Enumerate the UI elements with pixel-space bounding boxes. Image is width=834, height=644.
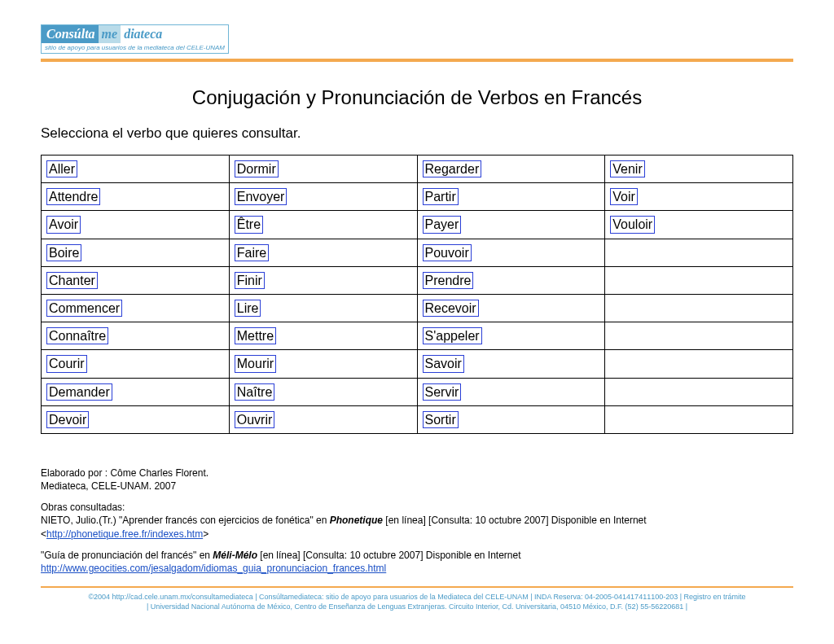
verb-link[interactable]: Servir [423,383,462,401]
verb-link[interactable]: Boire [46,244,81,261]
verb-link[interactable]: Mourir [235,355,276,372]
table-cell: Recevoir [417,294,605,322]
table-cell: Connaître [42,322,230,350]
table-cell: Chanter [42,266,230,294]
reference-1-post: [en línea] [Consulta: 10 octubre 2007] D… [383,515,647,526]
table-cell: Attendre [42,183,230,211]
verb-link[interactable]: Commencer [46,300,122,317]
verb-link[interactable]: Connaître [46,327,108,344]
reference-1-link-open: < [41,528,46,540]
table-cell: Devoir [42,405,230,433]
verb-link[interactable]: Pouvoir [423,244,472,261]
header-divider [41,59,793,62]
verb-link[interactable]: Lire [235,300,261,317]
verb-link[interactable]: S'appeler [423,327,482,344]
footer-text: ©2004 http://cad.cele.unam.mx/consultame… [41,588,793,616]
table-cell: Dormir [229,156,417,183]
table-cell: Venir [605,156,793,183]
verb-link[interactable]: Envoyer [235,188,288,205]
footer-line-2: | Universidad Nacional Autónoma de Méxic… [147,602,687,611]
reference-2-link[interactable]: http://www.geocities.com/jesalgadom/idio… [41,563,386,574]
table-cell [605,266,793,294]
table-row: ConnaîtreMettreS'appeler [42,322,793,350]
verb-link[interactable]: Dormir [235,160,279,177]
table-cell [605,405,793,433]
table-cell: Courir [42,350,230,378]
table-cell [605,350,793,378]
table-cell: Payer [417,211,605,239]
table-cell: Mettre [229,322,417,350]
reference-2-source: Méli-Mélo [213,550,257,561]
table-cell: Mourir [229,350,417,378]
table-cell: Partir [417,183,605,211]
table-cell: Envoyer [229,183,417,211]
verb-link[interactable]: Savoir [423,355,464,372]
verb-link[interactable]: Aller [46,160,77,177]
table-row: DemanderNaîtreServir [42,378,793,405]
verb-link[interactable]: Avoir [46,216,81,233]
verb-link[interactable]: Venir [610,160,644,177]
verb-link[interactable]: Devoir [46,411,89,428]
table-cell: Ouvrir [229,405,417,433]
table-cell: Aller [42,156,230,183]
works-consulted-label: Obras consultadas: [41,502,125,513]
table-row: AvoirÊtrePayerVouloir [42,211,793,239]
credit-institution: Mediateca, CELE-UNAM. 2007 [41,480,176,492]
table-cell: Demander [42,378,230,405]
table-row: BoireFairePouvoir [42,239,793,266]
table-cell: Regarder [417,156,605,183]
table-cell [605,239,793,266]
table-row: ChanterFinirPrendre [42,266,793,294]
reference-1-link[interactable]: http://phonetique.free.fr/indexes.htm [46,528,203,540]
verb-link[interactable]: Demander [46,383,112,401]
table-cell: Boire [42,239,230,266]
verb-link[interactable]: Mettre [235,327,276,344]
logo-subtitle: sitio de apoyo para usuarios de la media… [42,43,228,53]
verb-link[interactable]: Courir [46,355,87,372]
table-cell [605,322,793,350]
verb-link[interactable]: Chanter [46,272,98,289]
verb-link[interactable]: Prendre [423,272,474,289]
verb-link[interactable]: Faire [235,244,269,261]
site-logo: Consúlta me diateca sitio de apoyo para … [41,24,793,54]
table-cell: Servir [417,378,605,405]
table-cell: Avoir [42,211,230,239]
verb-link[interactable]: Voir [610,188,638,205]
table-cell: Vouloir [605,211,793,239]
credit-author: Elaborado por : Côme Charles Florent. [41,467,208,479]
verb-table: AllerDormirRegarderVenirAttendreEnvoyerP… [41,155,793,434]
table-cell: Commencer [42,294,230,322]
verb-link[interactable]: Naître [235,383,275,401]
table-cell: Être [229,211,417,239]
table-row: AllerDormirRegarderVenir [42,156,793,183]
verb-link[interactable]: Ouvrir [235,411,275,428]
verb-link[interactable]: Finir [235,272,265,289]
table-cell: Faire [229,239,417,266]
table-cell: Savoir [417,350,605,378]
verb-link[interactable]: Recevoir [423,300,479,317]
table-cell: Prendre [417,266,605,294]
verb-link[interactable]: Vouloir [610,216,655,233]
reference-2-pre: "Guía de pronunciación del francés" en [41,550,213,561]
table-row: AttendreEnvoyerPartirVoir [42,183,793,211]
verb-link[interactable]: Être [235,216,263,233]
verb-link[interactable]: Attendre [46,188,100,205]
verb-link[interactable]: Regarder [423,160,482,177]
table-cell [605,378,793,405]
verb-link[interactable]: Partir [423,188,459,205]
reference-1-pre: NIETO, Julio.(Tr.) "Aprender francés con… [41,515,330,526]
verb-link[interactable]: Payer [423,216,462,233]
table-cell [605,294,793,322]
logo-segment-2: me [99,25,121,43]
table-cell: S'appeler [417,322,605,350]
logo-segment-3: diateca [121,25,167,43]
verb-link[interactable]: Sortir [423,411,459,428]
instruction-text: Selecciona el verbo que quieres consulta… [41,125,793,142]
table-row: DevoirOuvrirSortir [42,405,793,433]
table-row: CourirMourirSavoir [42,350,793,378]
table-cell: Pouvoir [417,239,605,266]
table-row: CommencerLireRecevoir [42,294,793,322]
logo-segment-1: Consúlta [42,25,99,43]
reference-1-link-close: > [203,528,208,540]
footer-line-1: ©2004 http://cad.cele.unam.mx/consultame… [88,593,745,601]
